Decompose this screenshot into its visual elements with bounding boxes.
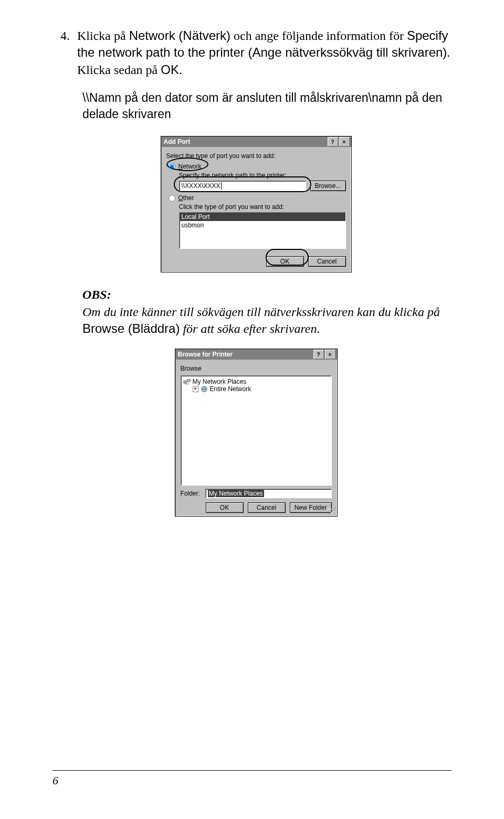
page-footer: 6 [52, 770, 452, 788]
radio-other-label: Other [178, 194, 194, 202]
dialog-title: Add Port [164, 138, 191, 145]
add-port-dialog: Add Port ? × Select the type of port you… [161, 136, 352, 272]
radio-other-row[interactable]: Other [169, 194, 346, 202]
globe-icon [201, 385, 208, 393]
titlebar: Browse for Printer ? × [175, 349, 337, 360]
step-4: 4. Klicka på Network (Nätverk) och ange … [60, 27, 452, 78]
list-item-usbmon[interactable]: usbmon [180, 221, 345, 229]
browse-for-printer-dialog: Browse for Printer ? × Browse My Network… [175, 349, 338, 517]
svg-rect-0 [183, 381, 186, 383]
cancel-button[interactable]: Cancel [308, 256, 346, 267]
browse-label: Browse [181, 365, 332, 372]
expand-icon[interactable]: + [193, 386, 198, 392]
resize-grip-icon[interactable] [329, 508, 336, 515]
radio-network[interactable] [169, 163, 175, 170]
footer-rule [52, 770, 452, 771]
new-folder-button[interactable]: New Folder [290, 502, 332, 513]
obs-text: Om du inte känner till sökvägen till nät… [82, 303, 452, 338]
titlebar: Add Port ? × [161, 136, 351, 147]
radio-other[interactable] [169, 195, 175, 202]
close-button[interactable]: × [339, 137, 350, 146]
list-item-localport[interactable]: Local Port [180, 213, 345, 221]
dialog-title: Browse for Printer [178, 351, 233, 358]
port-type-listbox[interactable]: Local Port usbmon [179, 212, 346, 249]
folder-label: Folder: [181, 490, 200, 497]
tree-item-mynetwork[interactable]: My Network Places [183, 378, 329, 385]
unc-path-example: \\Namn på den dator som är ansluten till… [82, 90, 452, 122]
ok-button[interactable]: OK [206, 502, 244, 513]
radio-network-label: Network [178, 163, 202, 170]
close-button[interactable]: × [325, 350, 335, 359]
ok-button[interactable]: OK [266, 256, 304, 267]
browse-button[interactable]: Browse... [310, 181, 346, 191]
page-number: 6 [52, 774, 452, 788]
step-text: Klicka på Network (Nätverk) och ange föl… [77, 27, 452, 78]
network-path-input[interactable]: \\XXXX\XXXX [179, 181, 306, 191]
obs-title: OBS: [82, 286, 452, 303]
other-subtext: Click the type of port you want to add: [179, 203, 346, 211]
network-subtext: Specify the network path to the printer: [179, 172, 346, 179]
help-button[interactable]: ? [313, 350, 324, 359]
folder-value-field[interactable]: My Network Places [205, 489, 332, 498]
prompt-text: Select the type of port you want to add: [166, 152, 346, 160]
step-number: 4. [60, 27, 70, 78]
network-places-icon [183, 378, 191, 385]
tree-item-entirenetwork[interactable]: + Entire Network [193, 385, 329, 393]
network-tree[interactable]: My Network Places + Entire Network [181, 375, 332, 486]
cancel-button[interactable]: Cancel [248, 502, 286, 513]
help-button[interactable]: ? [328, 137, 338, 146]
obs-note: OBS: Om du inte känner till sökvägen til… [82, 286, 452, 337]
svg-rect-1 [187, 380, 190, 382]
radio-network-row[interactable]: Network [169, 163, 346, 170]
